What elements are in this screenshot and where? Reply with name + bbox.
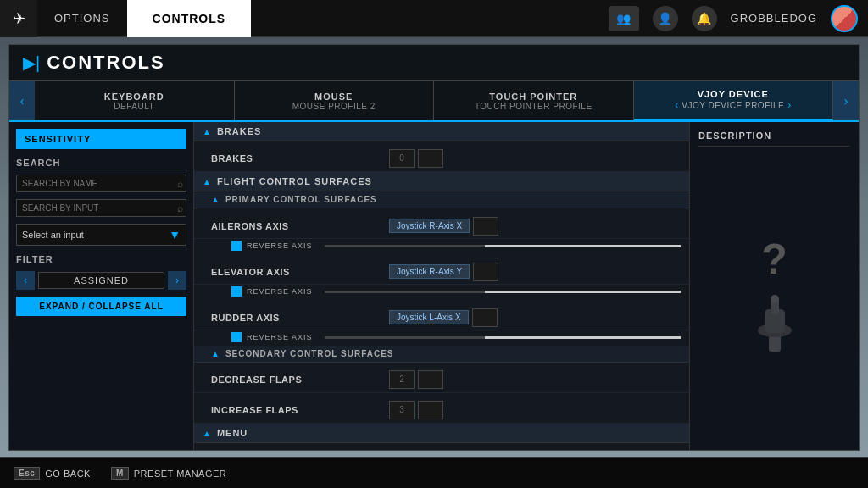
subsection-primary[interactable]: ▲ PRIMARY CONTROL SURFACES	[194, 191, 689, 208]
search-by-name-wrap: ⌕	[16, 175, 186, 192]
search-name-icon: ⌕	[177, 178, 183, 190]
filter-next-button[interactable]: ›	[168, 271, 186, 290]
panel-title: CONTROLS	[47, 52, 164, 74]
section-brakes[interactable]: ▲ BRAKES	[194, 122, 689, 141]
top-nav-bar: ✈ OPTIONS CONTROLS 👥 👤 🔔 GROBBLEDOG	[0, 0, 868, 37]
brakes-binding-box[interactable]: 0	[389, 149, 415, 168]
elevator-binding-empty[interactable]	[473, 263, 498, 281]
m-key-badge: M	[111, 467, 129, 480]
preset-manager-button[interactable]: M PRESET MANAGER	[111, 467, 226, 480]
controls-nav-item[interactable]: CONTROLS	[127, 0, 252, 37]
controls-table: ▲ BRAKES BRAKES 0 ▲ FLIGHT CONTROL SURFA…	[194, 122, 689, 450]
filter-prev-button[interactable]: ‹	[16, 271, 35, 290]
increase-flaps-empty[interactable]	[418, 401, 443, 419]
rudder-binding-empty[interactable]	[472, 308, 498, 327]
control-row-decrease-flaps: DECREASE FLAPS 2	[194, 363, 689, 393]
notification-icon[interactable]: 🔔	[692, 6, 717, 31]
tab-vjoy[interactable]: VJOY DEVICE ‹ VJOY DEVICE PROFILE ›	[634, 81, 834, 120]
rudder-binding-tag[interactable]: Joystick L-Axis X	[389, 310, 469, 324]
panel-header: ▶| CONTROLS	[9, 45, 859, 81]
elevator-reverse-row: REVERSE AXIS	[194, 285, 689, 300]
username-label: GROBBLEDOG	[731, 12, 817, 25]
user-avatar[interactable]	[831, 5, 858, 32]
rudder-reverse-row: REVERSE AXIS	[194, 330, 689, 346]
vjoy-next-arrow[interactable]: ›	[787, 99, 791, 111]
svg-point-4	[771, 295, 779, 303]
nav-logo[interactable]: ✈	[0, 0, 37, 37]
vjoy-prev-arrow[interactable]: ‹	[675, 99, 678, 111]
options-nav-item[interactable]: OPTIONS	[37, 0, 127, 37]
rudder-slider[interactable]	[325, 336, 681, 339]
description-content: ?	[698, 153, 850, 441]
brakes-toggle-icon: ▲	[203, 127, 212, 136]
control-row-increase-flaps: INCREASE FLAPS 3	[194, 393, 689, 424]
filter-row: ‹ ASSIGNED ›	[16, 271, 186, 290]
device-tabs: ‹ KEYBOARD DEFAULT MOUSE MOUSE PROFILE 2…	[9, 81, 859, 122]
rudder-reverse-checkbox[interactable]	[231, 332, 242, 342]
esc-key-badge: Esc	[14, 467, 40, 480]
section-menu[interactable]: ▲ MENU	[194, 424, 689, 443]
ailerons-slider[interactable]	[325, 245, 681, 247]
sensitivity-button[interactable]: SENSITIVITY	[16, 129, 186, 149]
ailerons-binding-tag[interactable]: Joystick R-Axis X	[389, 219, 470, 233]
elevator-slider[interactable]	[325, 291, 681, 293]
search-by-input-wrap: ⌕	[16, 199, 186, 217]
search-label: SEARCH	[16, 158, 186, 168]
section-flight-controls[interactable]: ▲ FLIGHT CONTROL SURFACES	[194, 172, 689, 191]
tab-next-button[interactable]: ›	[833, 81, 859, 120]
sidebar: SENSITIVITY SEARCH ⌕ ⌕ Select an input ▼…	[9, 122, 194, 450]
primary-toggle-icon: ▲	[211, 195, 220, 204]
bottom-bar: Esc GO BACK M PRESET MANAGER	[0, 458, 868, 488]
plane-icon: ✈	[13, 9, 25, 28]
main-content: ▶| CONTROLS ‹ KEYBOARD DEFAULT MOUSE MOU…	[0, 37, 868, 458]
controls-panel: ▶| CONTROLS ‹ KEYBOARD DEFAULT MOUSE MOU…	[8, 44, 860, 451]
search-by-name-input[interactable]	[16, 175, 186, 192]
tab-touch[interactable]: TOUCH POINTER TOUCH POINTER PROFILE	[434, 81, 634, 120]
decrease-flaps-empty[interactable]	[418, 370, 443, 389]
control-row-rudder: RUDDER AXIS Joystick L-Axis X	[194, 300, 689, 330]
tab-prev-button[interactable]: ‹	[9, 81, 35, 120]
expand-collapse-button[interactable]: EXPAND / COLLAPSE ALL	[16, 297, 186, 316]
decrease-flaps-binding[interactable]: 2	[389, 370, 415, 389]
control-row-ailerons: AILERONS AXIS Joystick R-Axis X	[194, 208, 689, 239]
ailerons-reverse-checkbox[interactable]	[231, 241, 242, 251]
control-row-elevator: ELEVATOR AXIS Joystick R-Axis Y	[194, 254, 689, 285]
elevator-binding-tag[interactable]: Joystick R-Axis Y	[389, 264, 470, 279]
filter-label: FILTER	[16, 254, 186, 264]
go-back-button[interactable]: Esc GO BACK	[14, 467, 91, 480]
question-mark-icon: ?	[761, 235, 787, 284]
tab-keyboard[interactable]: KEYBOARD DEFAULT	[35, 81, 235, 120]
search-input-icon: ⌕	[177, 202, 183, 214]
joystick-svg	[741, 292, 809, 360]
description-title: DESCRIPTION	[698, 130, 850, 147]
increase-flaps-binding[interactable]: 3	[389, 401, 415, 419]
tab-mouse[interactable]: MOUSE MOUSE PROFILE 2	[235, 81, 435, 120]
panel-body: SENSITIVITY SEARCH ⌕ ⌕ Select an input ▼…	[9, 122, 859, 450]
flight-toggle-icon: ▲	[203, 177, 212, 186]
description-panel: DESCRIPTION ?	[689, 122, 859, 450]
elevator-reverse-checkbox[interactable]	[231, 286, 242, 297]
control-row-brakes: BRAKES 0	[194, 141, 689, 172]
ailerons-reverse-row: REVERSE AXIS	[194, 239, 689, 254]
profile-icon[interactable]: 👤	[653, 6, 678, 31]
ailerons-binding-empty[interactable]	[473, 217, 498, 236]
select-input-dropdown[interactable]: Select an input ▼	[16, 224, 186, 246]
go-back-label: GO BACK	[45, 469, 91, 479]
search-by-input-input[interactable]	[16, 199, 186, 217]
select-arrow-icon: ▼	[169, 228, 181, 241]
subsection-secondary[interactable]: ▲ SECONDARY CONTROL SURFACES	[194, 346, 689, 363]
friends-icon[interactable]: 👥	[609, 6, 639, 31]
brakes-binding-empty[interactable]	[418, 149, 443, 168]
preset-manager-label: PRESET MANAGER	[134, 469, 227, 479]
filter-value: ASSIGNED	[38, 272, 164, 289]
panel-title-icon: ▶|	[23, 53, 40, 73]
menu-toggle-icon: ▲	[203, 429, 212, 438]
nav-right-area: 👥 👤 🔔 GROBBLEDOG	[609, 5, 868, 32]
secondary-toggle-icon: ▲	[211, 349, 220, 358]
